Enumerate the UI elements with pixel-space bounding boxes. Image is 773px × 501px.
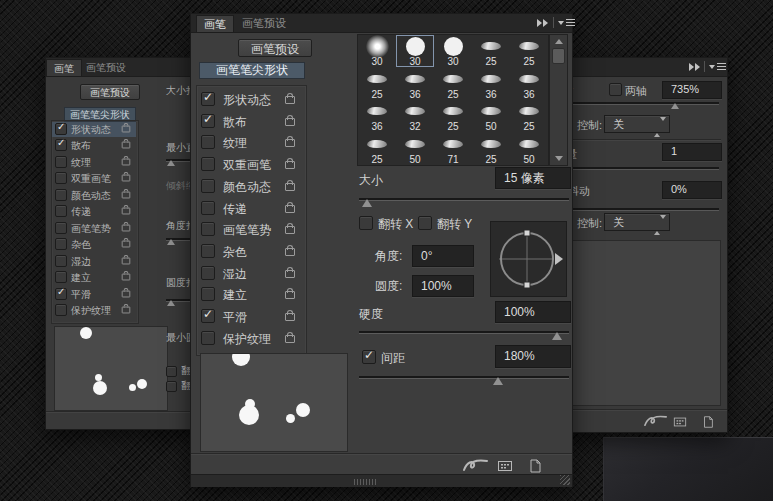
- tab-brush[interactable]: 画笔: [46, 59, 82, 76]
- brush-presets-button[interactable]: 画笔预设: [238, 39, 312, 57]
- slider-thumb[interactable]: [167, 300, 175, 306]
- stroke-preview-icon[interactable]: [644, 414, 668, 429]
- control-dropdown[interactable]: 关: [604, 213, 670, 231]
- option-label[interactable]: 形状动态: [223, 92, 271, 109]
- lock-icon[interactable]: [285, 335, 295, 343]
- option-label[interactable]: 建立: [223, 287, 247, 304]
- brush-preset-cell[interactable]: 50: [396, 133, 434, 165]
- size-slider[interactable]: [359, 198, 569, 200]
- spacing-checkbox[interactable]: [362, 350, 376, 364]
- lock-icon[interactable]: [122, 241, 131, 248]
- scatter-value[interactable]: 735%: [662, 81, 722, 99]
- scatter-slider[interactable]: [551, 102, 719, 104]
- option-checkbox[interactable]: [201, 157, 215, 171]
- option-checkbox[interactable]: [55, 238, 67, 250]
- brush-option-row[interactable]: 保护纹理: [52, 303, 136, 318]
- lock-icon[interactable]: [285, 248, 295, 256]
- option-checkbox[interactable]: [55, 304, 67, 316]
- lock-icon[interactable]: [122, 191, 131, 198]
- brush-option-row[interactable]: 颜色动态: [197, 177, 304, 197]
- tab-brush-presets[interactable]: 画笔预设: [79, 59, 133, 75]
- flip-jitter-checkbox[interactable]: [166, 366, 177, 377]
- option-checkbox[interactable]: [201, 135, 215, 149]
- lock-icon[interactable]: [285, 313, 295, 321]
- brush-preset-cell[interactable]: 50: [510, 133, 548, 165]
- roundness-value[interactable]: 100%: [412, 275, 474, 297]
- brush-preset-cell[interactable]: 25: [472, 133, 510, 165]
- both-axes-checkbox[interactable]: [609, 83, 622, 96]
- slider-thumb[interactable]: [552, 332, 562, 340]
- slider-thumb[interactable]: [493, 377, 503, 385]
- brush-preset-cell[interactable]: 25: [510, 100, 548, 132]
- spacing-slider[interactable]: [359, 376, 569, 378]
- option-label[interactable]: 传递: [223, 201, 247, 218]
- count-value[interactable]: 1: [662, 143, 722, 161]
- preset-manager-icon[interactable]: [673, 415, 687, 429]
- lock-icon[interactable]: [122, 257, 131, 264]
- lock-icon[interactable]: [285, 161, 295, 169]
- option-label[interactable]: 颜色动态: [223, 179, 271, 196]
- brush-preset-cell[interactable]: 30: [358, 35, 396, 67]
- option-checkbox[interactable]: [201, 266, 215, 280]
- brush-option-row[interactable]: 形状动态: [197, 90, 304, 110]
- option-checkbox[interactable]: [201, 244, 215, 258]
- option-checkbox[interactable]: [55, 189, 67, 201]
- lock-icon[interactable]: [285, 291, 295, 299]
- option-checkbox[interactable]: [201, 92, 215, 106]
- stroke-preview-icon[interactable]: [463, 458, 489, 474]
- brush-option-row[interactable]: 建立: [52, 270, 136, 285]
- option-checkbox[interactable]: [201, 331, 215, 345]
- hardness-slider[interactable]: [359, 331, 569, 333]
- option-label[interactable]: 双重画笔: [223, 157, 271, 174]
- option-checkbox[interactable]: [55, 288, 67, 300]
- hardness-value[interactable]: 100%: [495, 301, 571, 323]
- brush-option-row[interactable]: 双重画笔: [52, 171, 136, 186]
- flip-y-checkbox[interactable]: [418, 216, 432, 230]
- slider-thumb[interactable]: [167, 239, 175, 245]
- preset-manager-icon[interactable]: [497, 458, 513, 474]
- brush-option-row[interactable]: 建立: [197, 285, 304, 305]
- brush-preset-cell[interactable]: 30: [396, 35, 434, 67]
- brush-preset-cell[interactable]: 36: [510, 68, 548, 100]
- brush-preset-cell[interactable]: 71: [434, 133, 472, 165]
- brush-preset-cell[interactable]: 25: [358, 68, 396, 100]
- option-label[interactable]: 传递: [71, 205, 91, 219]
- brush-option-row[interactable]: 保护纹理: [197, 329, 304, 349]
- brush-preset-cell[interactable]: 25: [510, 35, 548, 67]
- tab-brush[interactable]: 画笔: [196, 15, 234, 32]
- option-label[interactable]: 湿边: [71, 255, 91, 269]
- lock-icon[interactable]: [285, 226, 295, 234]
- brush-option-row[interactable]: 画笔笔势: [52, 221, 136, 236]
- option-label[interactable]: 纹理: [71, 156, 91, 170]
- brush-preset-cell[interactable]: 36: [358, 100, 396, 132]
- option-checkbox[interactable]: [201, 114, 215, 128]
- brush-preset-cell[interactable]: 36: [396, 68, 434, 100]
- lock-icon[interactable]: [122, 224, 131, 231]
- lock-icon[interactable]: [122, 175, 131, 182]
- option-checkbox[interactable]: [55, 205, 67, 217]
- option-label[interactable]: 杂色: [223, 244, 247, 261]
- brush-option-row[interactable]: 传递: [52, 204, 136, 219]
- resize-grip[interactable]: [354, 479, 378, 485]
- option-checkbox[interactable]: [201, 201, 215, 215]
- size-value[interactable]: 15 像素: [495, 167, 571, 189]
- lock-icon[interactable]: [122, 126, 131, 133]
- tab-brush-presets[interactable]: 画笔预设: [235, 15, 293, 31]
- lock-icon[interactable]: [122, 290, 131, 297]
- slider-thumb[interactable]: [167, 160, 175, 166]
- option-label[interactable]: 纹理: [223, 135, 247, 152]
- option-checkbox[interactable]: [201, 222, 215, 236]
- option-checkbox[interactable]: [55, 255, 67, 267]
- spacing-value[interactable]: 180%: [495, 345, 571, 368]
- new-brush-icon[interactable]: [701, 415, 715, 429]
- brush-option-row[interactable]: 双重画笔: [197, 155, 304, 175]
- option-label[interactable]: 双重画笔: [71, 172, 111, 186]
- scroll-up-icon[interactable]: [555, 39, 563, 44]
- option-label[interactable]: 建立: [71, 271, 91, 285]
- angle-roundness-dial[interactable]: [490, 221, 567, 297]
- brush-tip-shape-header[interactable]: 画笔笔尖形状: [199, 62, 305, 79]
- brush-preset-cell[interactable]: 50: [472, 100, 510, 132]
- option-checkbox[interactable]: [201, 179, 215, 193]
- lock-icon[interactable]: [285, 183, 295, 191]
- option-checkbox[interactable]: [201, 309, 215, 323]
